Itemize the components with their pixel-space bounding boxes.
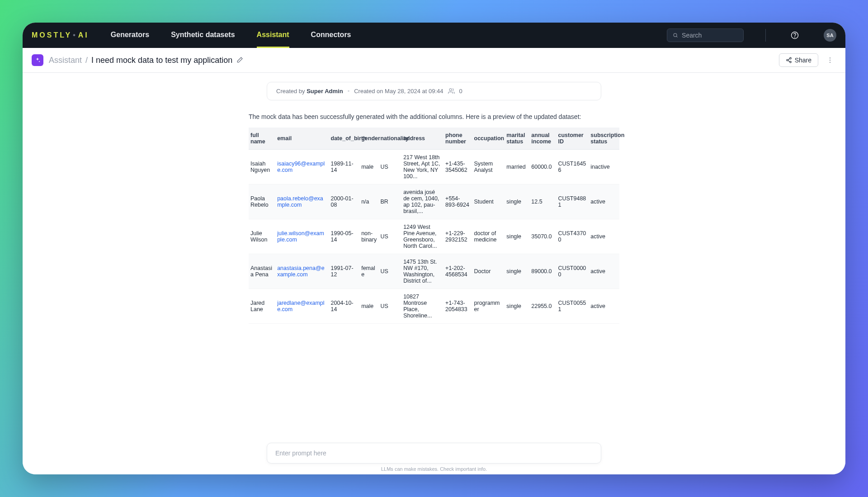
th-sub: subscription status bbox=[589, 128, 619, 150]
table-cell: active bbox=[589, 289, 619, 324]
prompt-input[interactable] bbox=[267, 443, 601, 464]
edit-title-button[interactable] bbox=[236, 57, 243, 64]
table-cell: 1475 13th St. NW #170, Washington, Distr… bbox=[401, 254, 443, 289]
svg-line-8 bbox=[788, 61, 790, 62]
breadcrumb-root[interactable]: Assistant bbox=[49, 56, 82, 65]
email-link[interactable]: isaiacy96@example.com bbox=[277, 161, 325, 173]
table-cell: programmer bbox=[472, 289, 505, 324]
table-cell: doctor of medicine bbox=[472, 219, 505, 254]
nav-assistant[interactable]: Assistant bbox=[257, 23, 289, 48]
brand-logo: MOSTLY•AI bbox=[32, 31, 89, 39]
table-cell: 35070.0 bbox=[529, 219, 556, 254]
table-cell: single bbox=[505, 254, 529, 289]
table-cell: Doctor bbox=[472, 254, 505, 289]
email-link[interactable]: jaredlane@example.com bbox=[277, 300, 324, 312]
svg-point-0 bbox=[674, 33, 677, 37]
th-phone: phone number bbox=[443, 128, 472, 150]
content-area: Created by Super Admin • Created on May … bbox=[23, 73, 845, 474]
search-box[interactable] bbox=[667, 28, 744, 42]
table-cell: married bbox=[505, 150, 529, 185]
pencil-icon bbox=[236, 57, 243, 64]
breadcrumb-title: I need mock data to test my application bbox=[91, 56, 232, 65]
data-table: full name email date_of_birth gender nat… bbox=[249, 128, 619, 324]
nav-synthetic-datasets[interactable]: Synthetic datasets bbox=[171, 23, 235, 48]
svg-point-6 bbox=[789, 61, 791, 63]
svg-line-1 bbox=[676, 36, 677, 37]
table-cell: 2004-10-14 bbox=[329, 289, 360, 324]
share-icon bbox=[786, 57, 792, 63]
table-cell: single bbox=[505, 289, 529, 324]
disclaimer: LLMs can make mistakes. Check important … bbox=[381, 466, 487, 472]
more-button[interactable] bbox=[824, 54, 836, 66]
app-window: MOSTLY•AI Generators Synthetic datasets … bbox=[23, 23, 845, 474]
th-dob: date_of_birth bbox=[329, 128, 360, 150]
meta-created-by: Created by Super Admin bbox=[276, 88, 343, 95]
table-cell: US bbox=[378, 254, 401, 289]
svg-point-10 bbox=[830, 60, 830, 61]
table-cell: +1-435-3545062 bbox=[443, 150, 472, 185]
prompt-wrap: LLMs can make mistakes. Check important … bbox=[23, 439, 845, 474]
table-body: Isaiah Nguyenisaiacy96@example.com1989-1… bbox=[249, 150, 619, 324]
message-body: The mock data has been successfully gene… bbox=[249, 113, 619, 324]
nav-links: Generators Synthetic datasets Assistant … bbox=[111, 23, 351, 48]
table-cell: isaiacy96@example.com bbox=[275, 150, 329, 185]
nav-connectors[interactable]: Connectors bbox=[311, 23, 351, 48]
table-cell: CUST16456 bbox=[556, 150, 589, 185]
th-income: annual income bbox=[529, 128, 556, 150]
more-vertical-icon bbox=[826, 57, 834, 64]
table-cell: CUST00000 bbox=[556, 254, 589, 289]
svg-point-9 bbox=[830, 57, 830, 58]
table-cell: n/a bbox=[359, 185, 378, 219]
table-cell: Anastasia Pena bbox=[249, 254, 275, 289]
th-occupation: occupation bbox=[472, 128, 505, 150]
sparkle-icon bbox=[34, 57, 41, 63]
table-cell: US bbox=[378, 289, 401, 324]
table-cell: non-binary bbox=[359, 219, 378, 254]
email-link[interactable]: paola.rebelo@example.com bbox=[277, 195, 323, 208]
top-nav: MOSTLY•AI Generators Synthetic datasets … bbox=[23, 23, 845, 48]
table-row: Anastasia Penaanastasia.pena@example.com… bbox=[249, 254, 619, 289]
share-label: Share bbox=[795, 57, 811, 64]
table-row: Paola Rebelopaola.rebelo@example.com2000… bbox=[249, 185, 619, 219]
table-cell: male bbox=[359, 289, 378, 324]
svg-line-7 bbox=[788, 59, 790, 60]
search-input[interactable] bbox=[682, 32, 738, 39]
users-icon bbox=[448, 88, 455, 95]
table-cell: jaredlane@example.com bbox=[275, 289, 329, 324]
table-head: full name email date_of_birth gender nat… bbox=[249, 128, 619, 150]
table-cell: 217 West 18th Street, Apt 1C, New York, … bbox=[401, 150, 443, 185]
meta-created-on: Created on May 28, 2024 at 09:44 bbox=[354, 88, 443, 95]
table-cell: julie.wilson@example.com bbox=[275, 219, 329, 254]
table-cell: 1249 West Pine Avenue, Greensboro, North… bbox=[401, 219, 443, 254]
table-cell: Isaiah Nguyen bbox=[249, 150, 275, 185]
email-link[interactable]: anastasia.pena@example.com bbox=[277, 265, 324, 278]
th-cust-id: customer ID bbox=[556, 128, 589, 150]
scroll-area[interactable]: Created by Super Admin • Created on May … bbox=[23, 73, 845, 474]
table-cell: 1989-11-14 bbox=[329, 150, 360, 185]
avatar[interactable]: SA bbox=[824, 29, 836, 42]
th-full-name: full name bbox=[249, 128, 275, 150]
table-cell: avenida josé de cem, 1040, ap 102, pau-b… bbox=[401, 185, 443, 219]
table-cell: CUST00551 bbox=[556, 289, 589, 324]
share-button[interactable]: Share bbox=[779, 53, 818, 67]
table-cell: 10827 Montrose Place, Shoreline... bbox=[401, 289, 443, 324]
table-cell: CUST43700 bbox=[556, 219, 589, 254]
nav-divider bbox=[765, 29, 766, 42]
table-cell: 22955.0 bbox=[529, 289, 556, 324]
svg-point-3 bbox=[795, 37, 795, 37]
th-email: email bbox=[275, 128, 329, 150]
table-cell: active bbox=[589, 219, 619, 254]
table-cell: 1990-05-14 bbox=[329, 219, 360, 254]
th-address: address bbox=[401, 128, 443, 150]
table-cell: paola.rebelo@example.com bbox=[275, 185, 329, 219]
table-cell: +1-229-2932152 bbox=[443, 219, 472, 254]
table-cell: CUST94881 bbox=[556, 185, 589, 219]
search-icon bbox=[673, 32, 678, 38]
nav-generators[interactable]: Generators bbox=[111, 23, 149, 48]
assistant-message: The mock data has been successfully gene… bbox=[249, 113, 619, 120]
email-link[interactable]: julie.wilson@example.com bbox=[277, 230, 324, 243]
table-cell: 1991-07-12 bbox=[329, 254, 360, 289]
subheader: Assistant / I need mock data to test my … bbox=[23, 48, 845, 73]
meta-card: Created by Super Admin • Created on May … bbox=[267, 82, 601, 100]
help-button[interactable] bbox=[788, 28, 802, 43]
